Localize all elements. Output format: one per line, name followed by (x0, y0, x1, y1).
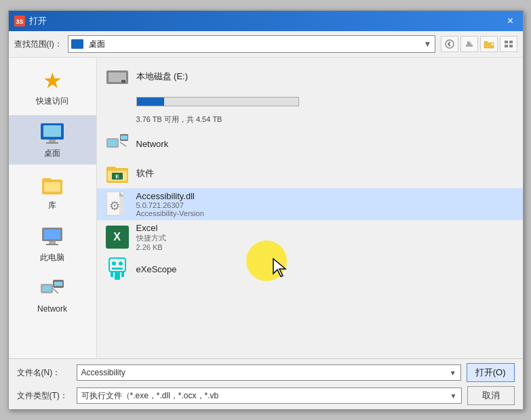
new-folder-button[interactable]: + (480, 36, 498, 52)
desktop-icon (39, 121, 66, 145)
view-button[interactable] (500, 36, 517, 52)
sidebar-item-quick-access[interactable]: ★ 快速访问 (9, 63, 96, 112)
list-item[interactable]: E 软件 (97, 159, 523, 188)
svg-rect-20 (46, 244, 58, 245)
desktop-icon-small (71, 39, 83, 49)
svg-text:E: E (115, 173, 119, 180)
svg-rect-9 (509, 45, 513, 47)
sidebar-label-desktop: 桌面 (44, 148, 60, 159)
svg-rect-28 (121, 80, 125, 83)
drive-detail: 3.76 TB 可用，共 4.54 TB (136, 114, 222, 125)
filetype-label: 文件类型(T)： (17, 390, 71, 402)
svg-rect-13 (46, 142, 58, 144)
dll-icon: ⚙ (105, 192, 130, 217)
file-name: Accessibility.dll (136, 191, 515, 201)
library-icon (39, 173, 66, 197)
toolbar-buttons: + (441, 36, 517, 52)
svg-text:3S: 3S (16, 18, 23, 25)
exescope-icon (105, 257, 130, 281)
filetype-input[interactable]: 可执行文件（*.exe，*.dll，*.ocx，*.vb ▼ (77, 387, 462, 404)
cancel-button[interactable]: 取消 (467, 386, 515, 405)
svg-rect-35 (106, 167, 116, 170)
app-icon: 3S (14, 16, 25, 26)
folder-icon: E (105, 161, 130, 186)
svg-rect-16 (44, 182, 60, 192)
open-button[interactable]: 打开(O) (467, 363, 515, 382)
svg-text:⚙: ⚙ (109, 199, 120, 213)
list-item[interactable]: ⚙ Accessibility.dll 5.0.721.26307 Access… (97, 188, 523, 220)
drive-icon (105, 64, 130, 89)
close-button[interactable]: × (504, 14, 517, 28)
svg-rect-45 (112, 268, 123, 270)
file-info: Excel 快捷方式 2.26 KB (136, 223, 515, 251)
file-name: 软件 (136, 167, 515, 180)
svg-rect-22 (43, 286, 51, 291)
network-icon (39, 277, 66, 301)
filename-label: 文件名(N)： (17, 367, 71, 379)
filetype-dropdown-arrow: ▼ (450, 392, 457, 400)
list-item[interactable]: 本地磁盘 (E:) 3.76 TB 可用，共 4.54 TB (97, 60, 523, 129)
filename-input[interactable]: Accessibility ▼ (77, 364, 461, 381)
svg-point-43 (112, 261, 116, 266)
dropdown-arrow: ▼ (424, 39, 432, 49)
list-item[interactable]: X Excel 快捷方式 2.26 KB (97, 220, 523, 254)
svg-line-33 (120, 142, 126, 146)
svg-rect-19 (49, 241, 56, 244)
network-file-icon (105, 131, 130, 156)
filename-row: 文件名(N)： Accessibility ▼ 打开(O) (17, 363, 515, 382)
svg-rect-32 (121, 135, 127, 140)
svg-rect-24 (54, 282, 62, 286)
filename-dropdown-arrow: ▼ (450, 369, 456, 377)
sidebar-label-network: Network (37, 304, 67, 314)
location-label: 查找范围(I)： (14, 39, 62, 50)
file-list: 本地磁盘 (E:) 3.76 TB 可用，共 4.54 TB (97, 58, 523, 358)
computer-icon (39, 225, 66, 249)
toolbar: 查找范围(I)： 桌面 ▼ (9, 31, 523, 58)
dialog-title: 打开 (29, 15, 500, 27)
file-detail2: 2.26 KB (136, 243, 515, 251)
svg-rect-3 (466, 45, 473, 47)
open-dialog: 3S 打开 × 查找范围(I)： 桌面 ▼ (8, 10, 524, 410)
svg-rect-15 (42, 178, 52, 181)
svg-point-44 (119, 261, 123, 266)
star-icon: ★ (39, 68, 66, 93)
svg-rect-7 (509, 41, 513, 43)
svg-line-25 (53, 289, 58, 293)
file-name: Network (136, 139, 515, 149)
sidebar-item-network[interactable]: Network (9, 272, 96, 319)
svg-text:+: + (491, 41, 494, 47)
list-item[interactable]: eXeScope (97, 254, 523, 284)
svg-rect-46 (111, 272, 113, 277)
sidebar-item-desktop[interactable]: 桌面 (9, 115, 96, 165)
sidebar-label-computer: 此电脑 (40, 252, 64, 264)
svg-rect-47 (121, 272, 124, 277)
file-name: 本地磁盘 (E:) (136, 70, 189, 83)
svg-point-2 (446, 40, 454, 48)
content-area: ★ 快速访问 桌面 (9, 58, 523, 358)
svg-rect-12 (49, 140, 56, 142)
up-button[interactable] (460, 36, 478, 52)
drive-progress-bar (136, 97, 299, 106)
sidebar-label-quick-access: 快速访问 (36, 96, 68, 107)
list-item[interactable]: Network (97, 129, 523, 159)
file-info: Accessibility.dll 5.0.721.26307 Accessib… (136, 191, 515, 217)
sidebar-item-library[interactable]: 库 (9, 167, 96, 217)
svg-rect-18 (44, 230, 60, 239)
file-detail1: 5.0.721.26307 (136, 201, 515, 209)
excel-icon: X (105, 225, 130, 249)
svg-rect-48 (115, 272, 120, 280)
file-name: eXeScope (136, 264, 515, 274)
file-detail1: 快捷方式 (136, 233, 515, 243)
sidebar: ★ 快速访问 桌面 (9, 58, 97, 358)
title-bar: 3S 打开 × (9, 11, 523, 31)
location-dropdown[interactable]: 桌面 ▼ (68, 35, 435, 53)
sidebar-label-library: 库 (48, 200, 56, 211)
filename-value: Accessibility (81, 368, 125, 377)
back-button[interactable] (441, 36, 458, 52)
sidebar-item-computer[interactable]: 此电脑 (9, 219, 96, 269)
svg-rect-30 (108, 140, 117, 146)
file-info: eXeScope (136, 264, 515, 274)
bottom-bar: 文件名(N)： Accessibility ▼ 打开(O) 文件类型(T)： 可… (9, 358, 523, 409)
drive-progress-fill (137, 98, 164, 106)
file-info: Network (136, 139, 515, 149)
